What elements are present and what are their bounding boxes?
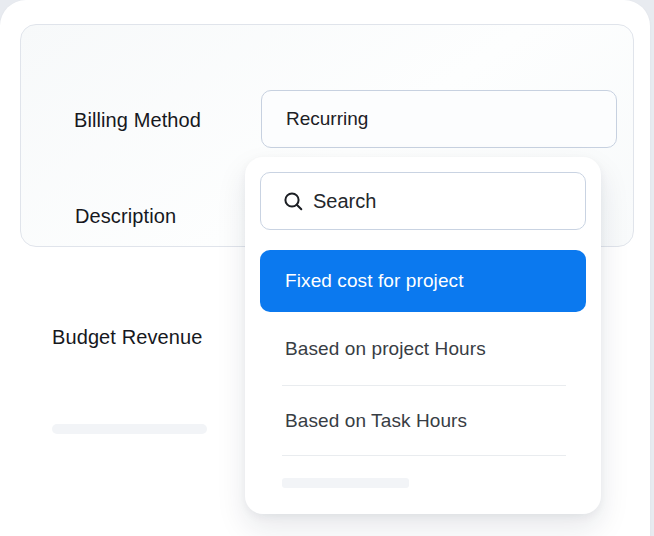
search-icon xyxy=(283,191,304,212)
dropdown-option[interactable]: Based on Task Hours xyxy=(282,386,566,456)
search-input[interactable] xyxy=(313,190,585,213)
skeleton-bar xyxy=(52,424,207,434)
skeleton-bar xyxy=(282,478,409,488)
billing-method-label: Billing Method xyxy=(74,109,201,132)
dropdown-search-box[interactable] xyxy=(260,172,586,230)
dropdown-option-label: Fixed cost for project xyxy=(285,270,464,292)
billing-method-value: Recurring xyxy=(286,108,368,130)
budget-revenue-label: Budget Revenue xyxy=(52,326,202,349)
dropdown-option-list: Fixed cost for project Based on project … xyxy=(260,250,586,488)
dropdown-option[interactable]: Based on project Hours xyxy=(282,312,566,386)
dropdown-option-label: Based on Task Hours xyxy=(285,410,467,432)
billing-type-dropdown: Fixed cost for project Based on project … xyxy=(245,157,601,514)
dropdown-option-selected[interactable]: Fixed cost for project xyxy=(260,250,586,312)
description-label: Description xyxy=(75,205,176,228)
dropdown-option-label: Based on project Hours xyxy=(285,338,486,360)
modal-card: Billing Method Recurring Description Bud… xyxy=(0,0,650,536)
billing-method-select[interactable]: Recurring xyxy=(261,90,617,148)
